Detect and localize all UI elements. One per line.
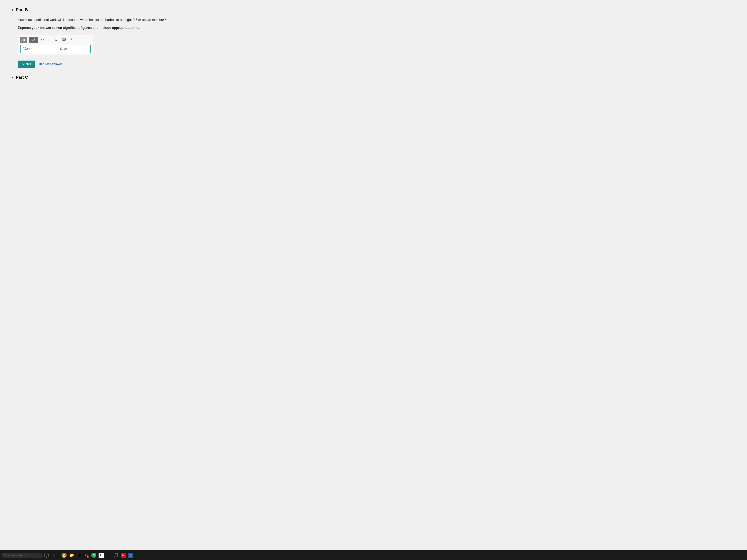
taskbar-netflix-button[interactable]: N <box>120 552 127 558</box>
main-content: ▼ Part B How much additional work will H… <box>0 0 747 550</box>
taskbar-shield-button[interactable]: 🛡 <box>105 552 112 558</box>
taskbar-search-button[interactable]: ○ <box>43 552 50 558</box>
widgets-icon: ⊟ <box>53 553 55 557</box>
part-b-header: ▼ Part B <box>11 7 736 12</box>
taskbar-mail-button[interactable]: ✉ 8 <box>83 552 89 558</box>
question-body: How much additional work will Hudson do … <box>18 18 166 22</box>
submit-button[interactable]: Submit <box>18 60 35 68</box>
greek-button[interactable]: μÅ <box>29 37 38 43</box>
format-button[interactable]: □◼ <box>20 37 27 43</box>
part-b-chevron-icon[interactable]: ▼ <box>11 8 14 11</box>
taskbar: ○ ⊟ 📁 🛍 ✉ 8 G L 🛡 🎵 N <box>0 550 747 560</box>
store-icon: 🛍 <box>77 553 81 558</box>
taskbar-l-button[interactable]: L <box>98 552 104 558</box>
greek-icon: μÅ <box>32 38 35 41</box>
search-circle-icon: ○ <box>44 553 49 558</box>
taskbar-store-button[interactable]: 🛍 <box>76 552 82 558</box>
shield-icon: 🛡 <box>106 553 111 558</box>
keyboard-button[interactable]: ⌨ <box>60 37 68 42</box>
taskbar-divider-1 <box>59 553 59 558</box>
taskbar-media-button[interactable]: 🎵 <box>113 552 119 558</box>
part-b-title: Part B <box>16 7 28 12</box>
camera-icon: 📷 <box>128 553 133 558</box>
l-icon: L <box>99 553 104 558</box>
mail-badge: 8 <box>86 555 89 558</box>
units-input[interactable] <box>57 45 91 53</box>
format-icon: □◼ <box>22 38 26 41</box>
taskbar-file-button[interactable]: 📁 <box>68 552 75 558</box>
action-row: Submit Request Answer <box>18 60 736 68</box>
input-row <box>20 45 91 53</box>
instruction-text: Express your answer to two significant f… <box>18 25 736 30</box>
part-c-header: ▼ Part C <box>11 75 736 80</box>
netflix-icon: N <box>121 553 126 558</box>
media-icon: 🎵 <box>113 553 119 558</box>
taskbar-camera-button[interactable]: 📷 <box>128 552 134 558</box>
taskbar-chrome-button[interactable] <box>61 552 67 558</box>
answer-box: □◼ μÅ ↩ ↪ ↻ ⌨ ? <box>18 35 93 55</box>
request-answer-button[interactable]: Request Answer <box>39 62 62 66</box>
redo-button[interactable]: ↪ <box>47 37 52 42</box>
file-icon: 📁 <box>69 553 74 558</box>
answer-toolbar: □◼ μÅ ↩ ↪ ↻ ⌨ ? <box>20 37 91 43</box>
part-c-section: ▼ Part C <box>11 75 736 80</box>
taskbar-search-input[interactable] <box>1 553 42 558</box>
green-app-icon: G <box>91 553 96 558</box>
part-c-chevron-icon[interactable]: ▼ <box>11 76 14 79</box>
value-input[interactable] <box>20 45 57 53</box>
refresh-button[interactable]: ↻ <box>54 37 58 42</box>
undo-button[interactable]: ↩ <box>40 37 45 42</box>
part-c-title: Part C <box>16 75 28 80</box>
taskbar-widgets-button[interactable]: ⊟ <box>51 552 57 558</box>
chrome-icon <box>61 553 67 558</box>
question-text: How much additional work will Hudson do … <box>18 18 736 22</box>
taskbar-green-app-button[interactable]: G <box>91 552 97 558</box>
help-button[interactable]: ? <box>69 37 73 43</box>
